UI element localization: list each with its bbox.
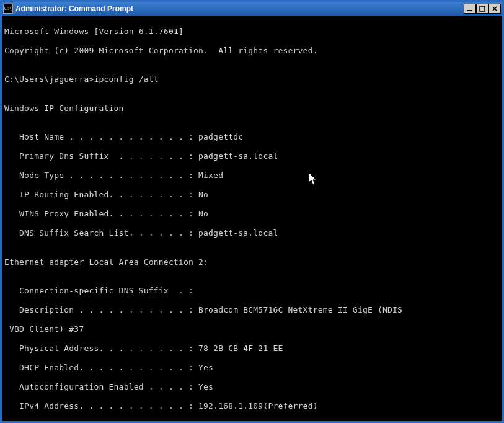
window-controls xyxy=(464,4,501,14)
output-line: Microsoft Windows [Version 6.1.7601] xyxy=(4,27,500,37)
output-line: Primary Dns Suffix . . . . . . . : padge… xyxy=(4,151,500,161)
close-button[interactable] xyxy=(489,4,501,14)
output-line: Node Type . . . . . . . . . . . . : Mixe… xyxy=(4,171,500,180)
output-line: Subnet Mask . . . . . . . . . . . : 255.… xyxy=(4,421,500,421)
section-header: Ethernet adapter Local Area Connection 2… xyxy=(4,257,500,267)
terminal-output[interactable]: Microsoft Windows [Version 6.1.7601] Cop… xyxy=(2,16,502,421)
svg-rect-0 xyxy=(467,10,472,11)
section-header: Windows IP Configuration xyxy=(4,104,500,114)
output-line: IP Routing Enabled. . . . . . . . : No xyxy=(4,190,500,200)
output-line: IPv4 Address. . . . . . . . . . . : 192.… xyxy=(4,401,500,411)
command-prompt-window: C:\ Administrator: Command Prompt Micros… xyxy=(0,0,504,423)
output-line: Connection-specific DNS Suffix . : xyxy=(4,286,500,296)
output-line: WINS Proxy Enabled. . . . . . . . : No xyxy=(4,209,500,219)
output-line: DNS Suffix Search List. . . . . . : padg… xyxy=(4,228,500,238)
output-line: Host Name . . . . . . . . . . . . : padg… xyxy=(4,132,500,142)
output-line: Description . . . . . . . . . . . : Broa… xyxy=(4,305,500,315)
output-line: Copyright (c) 2009 Microsoft Corporation… xyxy=(4,46,500,56)
output-line: DHCP Enabled. . . . . . . . . . . : Yes xyxy=(4,363,500,373)
output-line: VBD Client) #37 xyxy=(4,324,500,334)
prompt-line: C:\Users\jaguerra>ipconfig /all xyxy=(4,74,500,84)
window-title: Administrator: Command Prompt xyxy=(15,4,464,13)
maximize-button[interactable] xyxy=(476,4,489,14)
svg-rect-1 xyxy=(480,6,485,11)
title-bar[interactable]: C:\ Administrator: Command Prompt xyxy=(2,2,502,16)
app-icon: C:\ xyxy=(3,4,13,14)
output-line: Physical Address. . . . . . . . . : 78-2… xyxy=(4,344,500,354)
output-line: Autoconfiguration Enabled . . . . : Yes xyxy=(4,382,500,392)
minimize-button[interactable] xyxy=(464,4,476,14)
